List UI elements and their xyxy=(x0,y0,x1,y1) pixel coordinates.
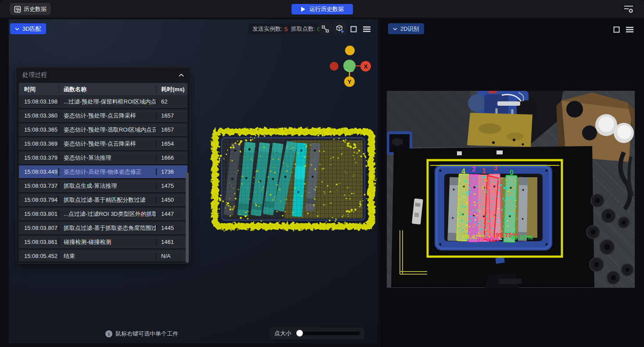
table-row[interactable]: 15:08:03.794 抓取点过滤-基于精匹配分数过滤 1450 xyxy=(19,193,187,206)
table-row[interactable]: 15:08:03.807 抓取点过滤-基于抓取姿态角度范围过滤 1445 xyxy=(19,222,187,234)
table-row[interactable]: 15:08:03.379 姿态估计-算法推理 1666 xyxy=(19,151,187,164)
axis-neg-y-handle xyxy=(345,46,355,55)
info-icon: i xyxy=(105,330,112,337)
col-time: 时间 xyxy=(19,86,58,93)
top-bar: 历史数据 运行历史数据 xyxy=(0,0,644,18)
camera-image-2d[interactable]: 4 2 1 3 0 99.43% 99.96% 99.75% 99.93% xyxy=(387,91,635,288)
table-row[interactable]: 15:08:03.861 碰撞检测-碰撞检测 1461 xyxy=(19,236,187,248)
detection-label: 4 xyxy=(461,168,465,175)
3d-match-label: 3D匹配 xyxy=(22,25,41,33)
sent-instances-label: 发送实例数: xyxy=(252,25,283,33)
panel-2d-recognition: 2D识别 xyxy=(381,19,644,347)
menu-3d-button[interactable] xyxy=(360,23,373,35)
process-table: 时间 函数名称 耗时(ms) 15:08:03.198 ...过滤-预处理-保留… xyxy=(19,83,187,261)
point-size-slider[interactable] xyxy=(295,332,360,335)
table-row[interactable]: 15:08:03.449 姿态估计-后处理-物体姿态修正 1736 xyxy=(19,165,187,178)
detection-label: 0 xyxy=(510,169,514,176)
axis-origin-handle xyxy=(343,60,356,72)
3d-match-dropdown[interactable]: 3D匹配 xyxy=(10,23,46,34)
viewport-hint: i 鼠标右键可选中单个工件 xyxy=(105,330,178,338)
table-row[interactable]: 15:08:03.360 姿态估计-预处理-点云降采样 1657 xyxy=(19,109,187,122)
run-label: 运行历史数据 xyxy=(309,5,344,13)
polyline-icon xyxy=(322,25,329,32)
process-panel-title: 处理过程 xyxy=(22,71,47,79)
hint-text: 鼠标右键可选中单个工件 xyxy=(115,330,178,338)
collapse-chevron-up-icon[interactable] xyxy=(179,74,184,77)
maximize-3d-button[interactable] xyxy=(347,23,360,35)
sent-instances-value: 5 xyxy=(284,26,288,32)
detection-score: 99.93% xyxy=(511,233,533,241)
history-label: 历史数据 xyxy=(24,5,47,13)
point-size-slider-knob[interactable] xyxy=(296,330,303,336)
run-settings-icon[interactable] xyxy=(624,5,633,13)
process-table-header: 时间 函数名称 耗时(ms) xyxy=(19,83,187,96)
hamburger-icon xyxy=(626,27,633,32)
axis-neg-x-handle xyxy=(330,62,338,71)
table-scrollbar-thumb[interactable] xyxy=(186,172,189,263)
axis-x-label: X xyxy=(364,63,368,70)
point-size-label: 点大小 xyxy=(274,329,291,337)
detection-label: 1 xyxy=(482,167,486,175)
edge-measure-button[interactable] xyxy=(319,23,331,35)
axis-gizmo[interactable]: X Y xyxy=(324,43,378,109)
grasp-points-label: 抓取点数: xyxy=(291,25,316,33)
bin-point-cloud xyxy=(210,128,376,231)
square-icon xyxy=(350,26,357,32)
col-elapsed: 耗时(ms) xyxy=(156,86,187,93)
point-size-control: 点大小 xyxy=(270,327,364,339)
table-row[interactable]: 15:08:03.801 ...点过滤-过滤ROI 3D类型区外的抓取点 144… xyxy=(19,207,187,220)
panel-3d-match: 3D匹配 发送实例数:5 抓取点数:0 xyxy=(9,19,378,343)
axis-y-label: Y xyxy=(348,79,352,85)
table-row[interactable]: 15:08:03.198 ...过滤-预处理-保留料框ROI区域内点云 62 xyxy=(19,95,187,108)
maximize-2d-button[interactable] xyxy=(611,25,622,34)
instance-stats: 发送实例数:5 抓取点数:0 xyxy=(248,24,324,34)
history-icon xyxy=(14,6,21,13)
parts-bin: 4 2 1 3 0 99.43% 99.96% 99.75% 99.93% xyxy=(435,164,552,250)
menu-2d-button[interactable] xyxy=(624,25,635,34)
chevron-down-icon xyxy=(15,28,19,30)
table-row[interactable]: 15:08:05.452 结束 N/A xyxy=(19,250,187,261)
process-table-body: 15:08:03.198 ...过滤-预处理-保留料框ROI区域内点云 62 1… xyxy=(19,95,187,261)
square-icon xyxy=(613,26,620,33)
cube-plus-icon xyxy=(336,25,344,33)
2d-recognition-dropdown[interactable]: 2D识别 xyxy=(388,23,424,34)
table-row[interactable]: 15:08:03.369 姿态估计-预处理-点云降采样 1654 xyxy=(19,137,187,150)
2d-recognition-label: 2D识别 xyxy=(400,25,419,33)
col-function: 函数名称 xyxy=(58,86,156,93)
point-cloud-viewport[interactable] xyxy=(210,126,377,232)
table-row[interactable]: 15:08:03.365 姿态估计-预处理-选取ROI区域内点云 1657 xyxy=(19,123,187,136)
add-cube-button[interactable] xyxy=(333,23,346,35)
chevron-down-icon xyxy=(393,28,397,30)
process-steps-panel: 处理过程 时间 函数名称 耗时(ms) 15:08:03.198 ...过滤-预… xyxy=(16,67,191,264)
play-icon xyxy=(301,7,306,12)
detection-label: 2 xyxy=(472,165,476,173)
run-history-button[interactable]: 运行历史数据 xyxy=(291,4,353,14)
hamburger-icon xyxy=(363,26,371,32)
table-row[interactable]: 15:08:03.737 抓取点生成-算法推理 1475 xyxy=(19,179,187,192)
history-data-button[interactable]: 历史数据 xyxy=(10,3,51,15)
